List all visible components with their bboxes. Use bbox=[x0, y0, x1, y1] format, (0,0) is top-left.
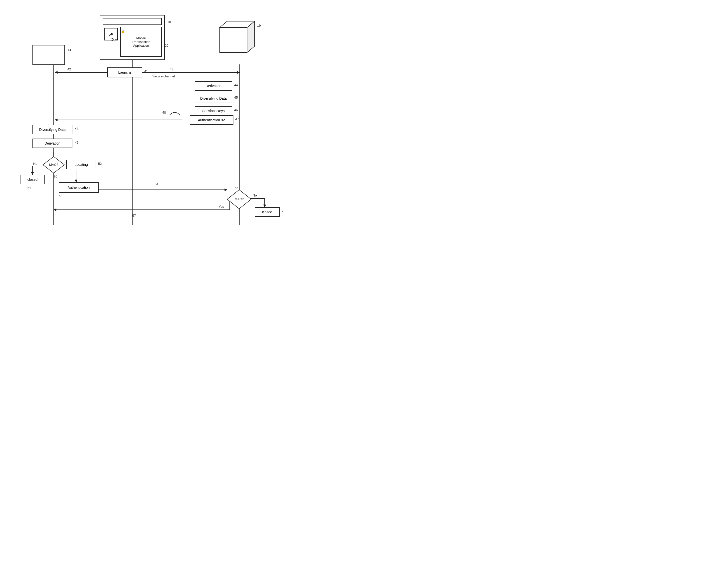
svg-marker-25 bbox=[263, 205, 266, 207]
app-box: MobileTranssactionApplication bbox=[120, 27, 162, 57]
ref-45: 45 bbox=[234, 96, 238, 99]
launchs-label: Launchs bbox=[118, 70, 132, 74]
mac-diamond-right: MAC? bbox=[227, 189, 249, 207]
ref-19: 19 bbox=[257, 24, 261, 28]
svg-marker-6 bbox=[237, 71, 240, 74]
ref-46: 46 bbox=[234, 108, 238, 112]
derivation-box: Derivation bbox=[195, 81, 232, 91]
mac-diamond-left-svg: MAC? bbox=[43, 156, 65, 173]
authentication-box: Authentication bbox=[59, 182, 99, 193]
svg-marker-19 bbox=[31, 172, 34, 175]
ref-47: 47 bbox=[235, 117, 239, 121]
mobile-device: μP MobileTranssactionApplication ↺→ 🔒 bbox=[100, 15, 165, 60]
ref-10: 10 bbox=[167, 20, 171, 24]
ref-14: 14 bbox=[67, 48, 71, 52]
closed-left-label: closed bbox=[28, 177, 38, 181]
mac-diamond-left: MAC? bbox=[43, 156, 65, 173]
svg-marker-12 bbox=[54, 208, 56, 211]
ref-53: 53 bbox=[59, 194, 62, 198]
closed-right-box: closed bbox=[255, 207, 279, 217]
app-label: MobileTranssactionApplication bbox=[132, 36, 150, 47]
ref-49: 49 bbox=[75, 141, 79, 144]
launchs-box: Launchs bbox=[107, 67, 142, 77]
svg-marker-4 bbox=[55, 71, 57, 74]
svg-text:MAC?: MAC? bbox=[49, 163, 58, 166]
ref-54: 54 bbox=[155, 182, 158, 186]
secure-channel-label: Secure channel bbox=[152, 74, 175, 78]
ref-57: 57 bbox=[132, 214, 136, 217]
no-left-label: No bbox=[33, 162, 38, 165]
svg-text:MAC?: MAC? bbox=[235, 197, 244, 201]
closed-right-label: closed bbox=[262, 210, 272, 214]
svg-marker-14 bbox=[75, 180, 77, 182]
ref-20: 20 bbox=[165, 44, 168, 47]
diagram-container: μP MobileTranssactionApplication ↺→ 🔒 10… bbox=[0, 0, 315, 241]
ref-42: 42 bbox=[67, 67, 71, 71]
left-device-box bbox=[33, 45, 65, 65]
sessions-keys-label: Sessions keys bbox=[202, 109, 224, 113]
ref-44: 44 bbox=[234, 83, 238, 87]
microprocessor-label: μP bbox=[109, 32, 113, 37]
diversifying-data-left-box: Diversifying Data bbox=[33, 125, 72, 134]
mac-diamond-right-svg: MAC? bbox=[227, 189, 252, 209]
derivation-label: Derivation bbox=[205, 84, 221, 88]
ref-56: 56 bbox=[281, 209, 284, 213]
updating-label: updating bbox=[74, 162, 88, 166]
diversifying-data-box: Diversifying Data bbox=[195, 94, 232, 103]
ref-52: 52 bbox=[98, 162, 102, 165]
derivation-left-box: Derivation bbox=[33, 139, 72, 148]
sessions-keys-box: Sessions keys bbox=[195, 106, 232, 116]
closed-left-box: closed bbox=[20, 175, 45, 184]
ref-55: 55 bbox=[235, 186, 238, 190]
server-box bbox=[217, 20, 255, 52]
ref-48-left: 48 bbox=[75, 127, 79, 131]
derivation-left-label: Derivation bbox=[44, 141, 60, 145]
yes-right-label: Yes bbox=[219, 205, 224, 208]
diversifying-data-label: Diversifying Data bbox=[200, 96, 227, 100]
updating-box: updating bbox=[66, 160, 96, 169]
authentication-xa-label: Authentication Xa bbox=[198, 118, 225, 122]
diversifying-data-left-label: Diversifying Data bbox=[39, 127, 66, 132]
no-right-label: No bbox=[253, 194, 257, 197]
ref-43: 43 bbox=[170, 67, 173, 71]
ref-51: 51 bbox=[28, 186, 31, 190]
authentication-label: Authentication bbox=[68, 186, 90, 190]
ref-50: 50 bbox=[54, 175, 57, 178]
ref-41: 41 bbox=[144, 69, 148, 73]
authentication-xa-box: Authentication Xa bbox=[190, 115, 233, 125]
svg-marker-8 bbox=[55, 119, 57, 121]
svg-rect-27 bbox=[220, 28, 247, 52]
ref-48-arrow: 48 bbox=[162, 111, 166, 114]
